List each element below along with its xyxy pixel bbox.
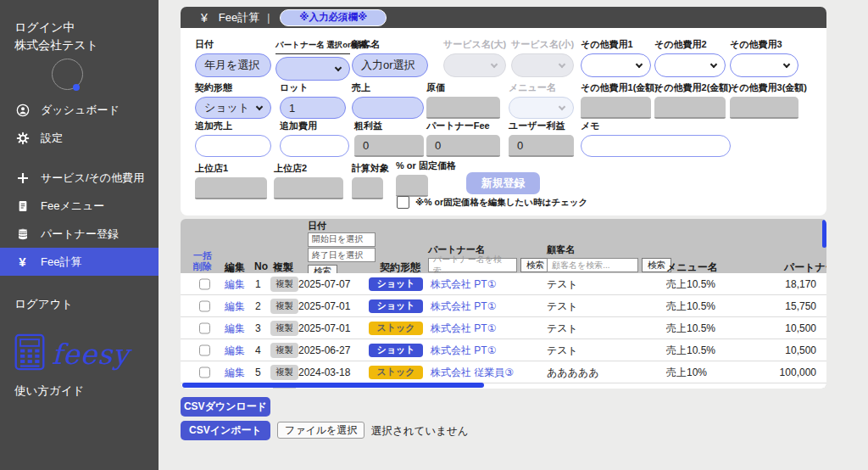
row-fee: 10,500	[785, 344, 816, 356]
calculator-icon	[10, 333, 49, 375]
sidebar-item-fee-menu[interactable]: Feeメニュー	[0, 192, 159, 220]
lot-input[interactable]: 1	[280, 97, 346, 119]
logout-button[interactable]: ログアウト	[14, 297, 73, 312]
row-duplicate-button[interactable]: 複製	[270, 277, 298, 292]
fee-entry-form: 日付 年月を選択 パートナー名 選択or検索... 顧客名 入力or選択 サービ…	[181, 28, 826, 215]
upper-store1-input	[195, 177, 267, 199]
row-partner-link[interactable]: 株式会社 従業員③	[431, 365, 514, 379]
calc-target-input	[352, 177, 383, 199]
row-checkbox[interactable]	[199, 366, 210, 378]
sidebar-item-services[interactable]: サービス/その他費用	[0, 164, 159, 192]
row-partner-link[interactable]: 株式会社 PT①	[431, 277, 496, 291]
contract-badge: ショット	[369, 299, 423, 313]
partner-search-input[interactable]: パートナー名を検索...	[428, 258, 517, 272]
chevron-down-icon	[636, 61, 643, 68]
contract-field-group: 契約形態 ショット	[195, 81, 271, 119]
bulk-delete-link[interactable]: 一括 削除	[193, 250, 212, 272]
row-number: 5	[255, 366, 261, 378]
add-sales-label: 追加売上	[195, 120, 271, 132]
percent-fixed-field-group: % or 固定価格	[396, 159, 428, 197]
row-menu: 売上10%	[666, 365, 707, 379]
file-select-button[interactable]: ファイルを選択	[277, 422, 364, 439]
table-body: 編集 1 複製 2025-07-07 ショット 株式会社 PT① テスト 売上1…	[181, 273, 826, 389]
sidebar-nav: ダッシュボード 設定 サービス/その他費用 Feeメニュー パートナー登録 ¥ …	[0, 96, 159, 276]
row-checkbox[interactable]	[199, 300, 210, 311]
logo-text: feesy	[52, 338, 130, 371]
chevron-down-icon	[559, 104, 565, 110]
partner-fee-output: 0	[426, 135, 500, 157]
row-edit-link[interactable]: 編集	[225, 321, 245, 335]
sidebar-item-dashboard[interactable]: ダッシュボード	[0, 96, 159, 124]
other3-select[interactable]	[730, 53, 798, 77]
row-customer: テスト	[547, 343, 578, 357]
memo-input[interactable]	[581, 135, 731, 157]
row-partner-link[interactable]: 株式会社 PT①	[431, 343, 496, 357]
contract-badge: ショット	[369, 277, 423, 291]
partner-label: パートナー名 選択or検索...	[275, 40, 350, 54]
row-duplicate-button[interactable]: 複製	[270, 365, 298, 380]
table-row: 編集 2 複製 2025-07-01 ショット 株式会社 PT① テスト 売上1…	[181, 295, 826, 317]
row-duplicate-button[interactable]: 複製	[270, 321, 298, 336]
row-number: 1	[255, 278, 261, 290]
page-title: Fee計算	[219, 10, 259, 25]
row-checkbox[interactable]	[199, 278, 210, 289]
end-date-input[interactable]: 終了日を選択	[308, 248, 376, 262]
add-cost-field-group: 追加費用	[280, 120, 349, 157]
other1-label: その他費用1	[581, 38, 651, 51]
other2-amount-input	[654, 97, 726, 119]
login-status-block: ログイン中 株式会社テスト	[14, 19, 98, 54]
other2-amount-field-group: その他費用2(金額)	[654, 81, 726, 119]
row-number: 2	[255, 300, 261, 312]
sales-input[interactable]	[352, 97, 424, 119]
row-menu: 売上10.5%	[666, 299, 715, 313]
row-checkbox[interactable]	[199, 322, 210, 333]
row-partner-link[interactable]: 株式会社 PT①	[431, 321, 496, 335]
sidebar-item-partner-registration[interactable]: パートナー登録	[0, 220, 159, 248]
register-button[interactable]: 新規登録	[466, 172, 540, 194]
service-large-select	[443, 53, 506, 77]
row-edit-link[interactable]: 編集	[225, 277, 245, 291]
horizontal-scrollbar[interactable]	[182, 383, 484, 388]
customer-input[interactable]: 入力or選択	[352, 53, 428, 77]
vertical-scrollbar[interactable]	[822, 220, 826, 248]
start-date-input[interactable]: 開始日を選択	[308, 232, 376, 247]
row-fee: 100,000	[780, 366, 816, 378]
usage-guide-link[interactable]: 使い方ガイド	[14, 383, 84, 399]
service-small-label: サービス名(小)	[511, 38, 574, 51]
gross-profit-field-group: 粗利益 0	[354, 120, 424, 157]
user-profit-output: 0	[509, 135, 574, 157]
lot-field-group: ロット 1	[280, 81, 346, 119]
other3-amount-field-group: その他費用3(金額)	[730, 81, 798, 119]
date-input[interactable]: 年月を選択	[195, 53, 271, 77]
sidebar-item-fee-calc[interactable]: ¥ Fee計算	[0, 248, 159, 276]
other2-select[interactable]	[654, 53, 726, 77]
row-edit-link[interactable]: 編集	[225, 343, 245, 357]
row-menu: 売上10.5%	[666, 343, 715, 357]
csv-import-button[interactable]: CSVインポート	[181, 421, 270, 440]
other1-select[interactable]	[581, 53, 651, 77]
customer-field-group: 顧客名 入力or選択	[352, 38, 428, 77]
row-duplicate-button[interactable]: 複製	[270, 343, 298, 358]
other2-label: その他費用2	[654, 38, 726, 51]
row-partner-link[interactable]: 株式会社 PT①	[431, 299, 496, 313]
partner-select[interactable]	[275, 57, 350, 81]
lot-label: ロット	[280, 81, 346, 94]
row-checkbox[interactable]	[199, 344, 210, 355]
customer-search-input[interactable]: 顧客名を検索...	[547, 258, 638, 272]
database-icon	[15, 227, 30, 241]
upper-store2-input	[274, 177, 343, 199]
row-duplicate-button[interactable]: 複製	[270, 299, 298, 314]
row-edit-link[interactable]: 編集	[225, 365, 245, 379]
calc-target-label: 計算対象	[352, 162, 383, 175]
edit-price-checkbox[interactable]	[397, 196, 409, 209]
csv-download-button[interactable]: CSVダウンロード	[181, 397, 270, 417]
contract-select[interactable]: ショット	[195, 97, 271, 119]
add-cost-input[interactable]	[280, 135, 349, 157]
partner-search-button[interactable]: 検索	[520, 258, 550, 272]
other3-field-group: その他費用3	[730, 38, 798, 77]
sidebar-item-settings[interactable]: 設定	[0, 124, 159, 152]
row-edit-link[interactable]: 編集	[225, 299, 245, 313]
contract-badge: ショット	[369, 344, 423, 357]
gear-icon	[15, 131, 30, 145]
add-sales-input[interactable]	[195, 135, 271, 157]
